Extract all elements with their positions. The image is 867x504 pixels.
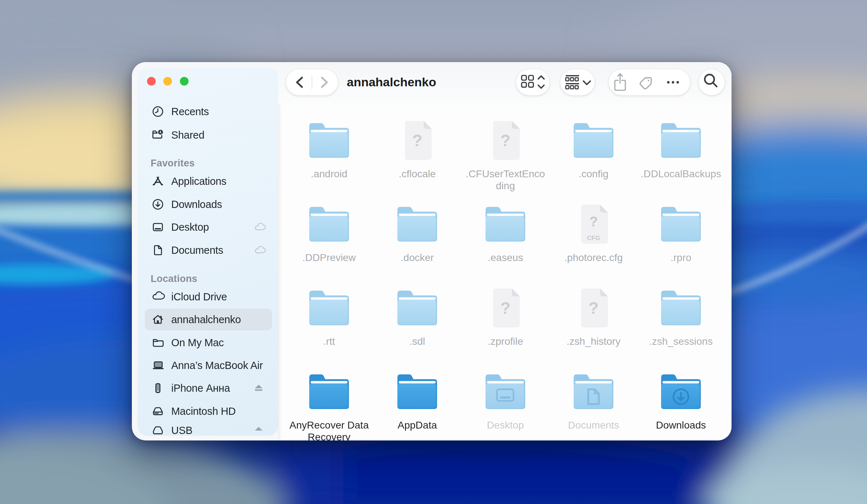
svg-text:CFG: CFG [587,235,600,242]
svg-text:?: ? [588,299,599,317]
svg-text:?: ? [589,214,598,229]
svg-text:?: ? [500,299,510,317]
svg-text:?: ? [500,131,510,150]
svg-text:?: ? [412,131,422,150]
